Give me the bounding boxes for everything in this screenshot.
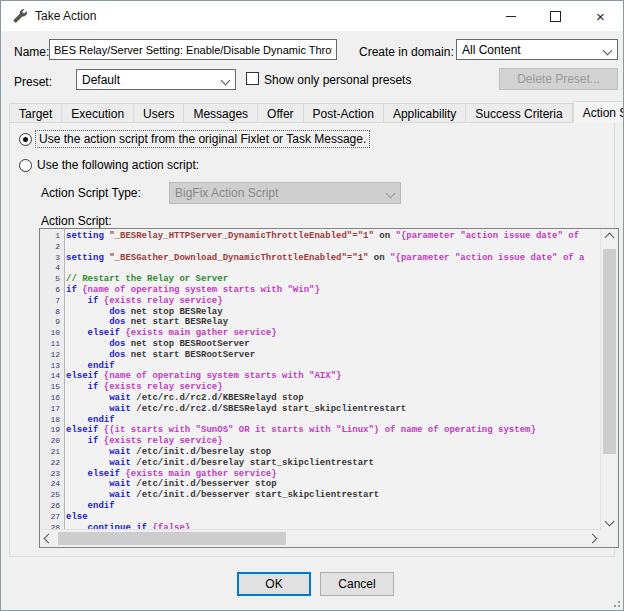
code-line: 25 wait /etc/init.d/besserver start_skip… (40, 490, 601, 501)
code-line: 2 (40, 242, 601, 253)
take-action-wrench-icon (12, 8, 28, 24)
show-personal-presets-checkbox[interactable] (246, 72, 259, 85)
code-line: 27else (40, 512, 601, 523)
code-line: 20 if {exists relay service} (40, 436, 601, 447)
close-button[interactable]: × (578, 1, 623, 31)
preset-select[interactable]: Default (76, 69, 236, 90)
code-line: 24 wait /etc/init.d/besserver stop (40, 479, 601, 490)
code-lines[interactable]: 1setting "_BESRelay_HTTPServer_DynamicTh… (40, 231, 601, 530)
code-line: 12 dos net start BESRootServer (40, 350, 601, 361)
scrollbar-corner (601, 530, 618, 547)
chevron-down-icon (221, 76, 231, 86)
chevron-down-icon (386, 189, 396, 199)
chevron-left-icon (44, 534, 54, 544)
preset-label: Preset: (14, 75, 52, 89)
chevron-down-icon (603, 46, 613, 56)
use-original-script-text: Use the action script from the original … (35, 130, 370, 148)
code-line: 1setting "_BESRelay_HTTPServer_DynamicTh… (40, 231, 601, 242)
code-line: 18 endif (40, 415, 601, 426)
tab-target[interactable]: Target (9, 103, 62, 123)
use-following-script-radio[interactable] (19, 159, 32, 172)
name-input[interactable] (49, 39, 337, 60)
tab-messages[interactable]: Messages (184, 103, 258, 123)
code-line: 5// Restart the Relay or Server (40, 274, 601, 285)
window-title: Take Action (35, 9, 96, 23)
code-line: 8 dos net stop BESRelay (40, 307, 601, 318)
code-line: 19elseif {(it starts with "SunOS" OR it … (40, 425, 601, 436)
tab-action-script[interactable]: Action Script (573, 101, 624, 123)
close-icon: × (596, 9, 605, 24)
cancel-label: Cancel (338, 577, 375, 591)
action-script-type-label: Action Script Type: (41, 186, 141, 200)
scroll-up-button[interactable] (601, 229, 618, 246)
domain-select[interactable]: All Content (456, 39, 618, 60)
use-following-script-label: Use the following action script: (37, 158, 199, 172)
action-script-label: Action Script: (41, 214, 112, 228)
use-original-script-radio[interactable] (19, 133, 32, 146)
take-action-dialog: Take Action × Name: Create in domain: Al… (0, 0, 624, 611)
tab-bar: TargetExecutionUsersMessagesOfferPost-Ac… (9, 101, 624, 123)
resize-grip[interactable] (611, 598, 620, 607)
tab-applicability[interactable]: Applicability (384, 103, 466, 123)
code-line: 23 elseif {exists main gather service} (40, 469, 601, 480)
action-script-type-select[interactable]: BigFix Action Script (169, 182, 401, 204)
code-line: 10 elseif {exists main gather service} (40, 328, 601, 339)
code-line: 11 dos net stop BESRootServer (40, 339, 601, 350)
chevron-right-icon (588, 534, 598, 544)
preset-value: Default (82, 73, 120, 87)
ok-label: OK (265, 577, 282, 591)
horizontal-scrollbar[interactable] (40, 529, 601, 547)
code-line: 9 dos net start BESRelay (40, 317, 601, 328)
tab-offer[interactable]: Offer (258, 103, 303, 123)
show-personal-presets-label: Show only personal presets (264, 73, 411, 87)
code-line: 16 wait /etc/rc.d/rc2.d/KBESRelayd stop (40, 393, 601, 404)
code-line: 4 (40, 263, 601, 274)
vertical-scrollbar-thumb[interactable] (603, 249, 616, 454)
scroll-left-button[interactable] (40, 530, 57, 547)
horizontal-scrollbar-thumb[interactable] (58, 532, 286, 545)
scroll-right-button[interactable] (584, 530, 601, 547)
code-line: 17 wait /etc/rc.d/rc2.d/SBESRelayd start… (40, 404, 601, 415)
minimize-button[interactable] (488, 1, 533, 31)
tab-success-criteria[interactable]: Success Criteria (466, 103, 572, 123)
action-script-editor[interactable]: 1setting "_BESRelay_HTTPServer_DynamicTh… (39, 228, 619, 548)
cancel-button[interactable]: Cancel (320, 572, 394, 596)
tab-users[interactable]: Users (134, 103, 184, 123)
code-line: 21 wait /etc/init.d/besrelay stop (40, 447, 601, 458)
code-line: 26 endif (40, 501, 601, 512)
title-bar: Take Action × (1, 1, 623, 31)
scroll-down-button[interactable] (601, 513, 618, 530)
code-line: 13 endif (40, 361, 601, 372)
vertical-scrollbar[interactable] (600, 229, 618, 530)
action-script-type-value: BigFix Action Script (175, 186, 278, 200)
code-line: 7 if {exists relay service} (40, 296, 601, 307)
minimize-icon (506, 16, 516, 17)
code-line: 22 wait /etc/init.d/besrelay start_skipc… (40, 458, 601, 469)
maximize-icon (550, 11, 561, 22)
use-original-script-label: Use the action script from the original … (39, 132, 370, 146)
create-in-domain-label: Create in domain: (359, 45, 454, 59)
maximize-button[interactable] (533, 1, 578, 31)
code-line: 6if {name of operating system starts wit… (40, 285, 601, 296)
code-line: 3setting "_BESGather_Download_DynamicThr… (40, 253, 601, 264)
radio-dot (23, 137, 28, 142)
ok-button[interactable]: OK (237, 572, 311, 596)
code-line: 14elseif {name of operating system start… (40, 371, 601, 382)
tab-execution[interactable]: Execution (62, 103, 134, 123)
domain-value: All Content (462, 43, 521, 57)
delete-preset-label: Delete Preset... (517, 72, 600, 86)
code-line: 15 if {exists relay service} (40, 382, 601, 393)
tab-post-action[interactable]: Post-Action (304, 103, 384, 123)
chevron-up-icon (605, 233, 615, 243)
name-label: Name: (14, 45, 49, 59)
delete-preset-button[interactable]: Delete Preset... (499, 68, 618, 90)
chevron-down-icon (605, 517, 615, 527)
